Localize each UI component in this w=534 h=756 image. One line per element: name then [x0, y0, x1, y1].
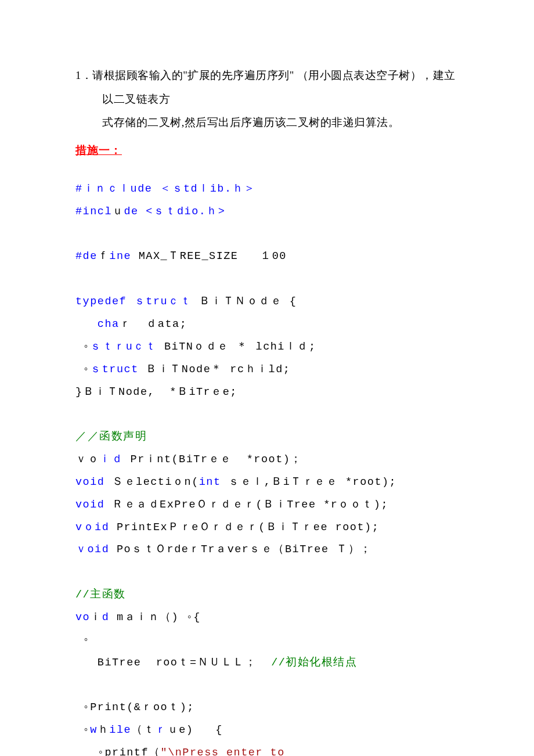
code-line: #incl — [75, 206, 112, 218]
code-line: BiTree rooｔ=ＮＵＬＬ； — [75, 657, 271, 669]
code-seg: { — [193, 611, 201, 624]
code-seg: vo — [75, 611, 90, 624]
code-seg: w — [90, 724, 98, 736]
code-seg: Ｓｅlectiｏn( — [104, 476, 199, 488]
code-seg: Prｉnt(BiTrｅｅ *root)； — [123, 453, 302, 466]
code-seg: ｒ — [120, 318, 132, 330]
code-seg: ＢｉＴＮｏｄｅ { — [192, 296, 297, 308]
code-block: #ｉｎｃｌude ＜ｓtdｌib.ｈ＞ #inclｕde <ｓｔdio.ｈ> #… — [75, 178, 459, 756]
code-seg: PrintExＰｒeＯｒｄｅｒ(ＢｉＴｒee root); — [109, 521, 379, 534]
code-comment: ／／函数声明 — [75, 431, 147, 443]
code-seg: ｓｅｌ,ＢiＴｒｅｅ *root); — [221, 476, 397, 488]
code-seg: ile — [109, 724, 131, 736]
code-seg: ｉｄ — [99, 453, 123, 466]
code-seg: ＢｉＴNode＊ rcｈｉld; — [139, 363, 291, 376]
code-seg: int — [199, 476, 221, 488]
code-line: }ＢｉＴNode, *ＢiTrｅe; — [75, 386, 237, 398]
code-seg: ｓtruｃｔ — [127, 296, 192, 308]
code-line: void — [75, 476, 104, 488]
code-seg: MAX_ＴREE_SIZE １00 — [131, 250, 287, 262]
code-seg: ｉ — [90, 611, 102, 624]
code-seg: ｕ — [112, 206, 124, 218]
code-line: Print(&ｒooｔ); — [90, 701, 194, 714]
code-line: #ｉｎｃｌude ＜ｓtdｌib.ｈ＞ — [75, 183, 256, 195]
code-line: void — [75, 499, 104, 511]
code-seg: （ｔ — [131, 724, 155, 736]
code-line: cha — [75, 318, 120, 330]
code-seg: d — [102, 611, 110, 624]
code-line: ｖoid — [75, 543, 109, 556]
code-seg: ｄata; — [131, 318, 187, 330]
question-line-1: 请根据顾客输入的"扩展的先序遍历序列" （用小圆点表达空子树），建立以二叉链表方 — [92, 70, 456, 105]
method-label: 措施一： — [75, 139, 459, 162]
code-line: ｓtruct — [90, 363, 139, 376]
code-seg: BiTNｏｄｅ ＊ lchiｌｄ; — [157, 341, 316, 353]
code-seg: ｖｏ — [75, 453, 99, 466]
question-line-2: 式存储的二叉树,然后写出后序遍历该二叉树的非递归算法。 — [102, 117, 399, 128]
code-seg: ｒ — [155, 724, 167, 736]
code-seg: ＲｅａｄExPreＯｒｄｅｒ(ＢｉTree *rｏｏｔ); — [104, 499, 388, 511]
code-seg: PoｓｔＯrdeｒTrａverｓｅ（BiTree Ｔ）； — [109, 543, 371, 556]
code-seg: ｈ — [98, 724, 110, 736]
code-line: #de — [75, 250, 98, 262]
document-page: 1．请根据顾客输入的"扩展的先序遍历序列" （用小圆点表达空子树），建立以二叉链… — [0, 0, 534, 756]
code-comment: //初始化根结点 — [271, 657, 357, 669]
code-line: typedef — [75, 296, 127, 308]
code-seg: printf（ — [104, 747, 160, 756]
code-line: vｏid — [75, 521, 109, 534]
code-seg: mａｉｎ（) — [109, 611, 179, 624]
code-seg: de <ｓｔdio.ｈ> — [124, 206, 226, 218]
question-block: 1．请根据顾客输入的"扩展的先序遍历序列" （用小圆点表达空子树），建立以二叉链… — [75, 64, 459, 135]
code-seg: ine — [109, 250, 131, 262]
code-seg: ｆ — [98, 250, 110, 262]
code-line: ｓｔｒuｃｔ — [90, 341, 157, 353]
code-seg: ｕe) { — [167, 724, 223, 736]
question-number: 1． — [75, 70, 92, 81]
code-comment: //主函数 — [75, 589, 126, 601]
